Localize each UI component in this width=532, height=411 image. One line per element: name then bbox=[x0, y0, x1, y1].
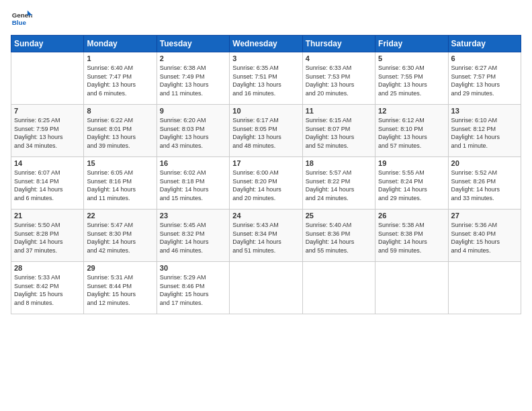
day-info: Sunrise: 6:10 AMSunset: 8:12 PMDaylight:… bbox=[451, 116, 518, 150]
day-info: Sunrise: 6:30 AMSunset: 7:55 PMDaylight:… bbox=[378, 64, 445, 97]
day-number: 27 bbox=[451, 212, 518, 220]
day-info: Sunrise: 6:07 AMSunset: 8:14 PMDaylight:… bbox=[14, 169, 81, 202]
calendar-cell: 15Sunrise: 6:05 AMSunset: 8:16 PMDayligh… bbox=[84, 157, 157, 210]
calendar-cell: 16Sunrise: 6:02 AMSunset: 8:18 PMDayligh… bbox=[157, 157, 229, 210]
week-row-3: 14Sunrise: 6:07 AMSunset: 8:14 PMDayligh… bbox=[11, 157, 521, 210]
calendar-cell: 21Sunrise: 5:50 AMSunset: 8:28 PMDayligh… bbox=[11, 210, 84, 262]
day-info: Sunrise: 6:33 AMSunset: 7:53 PMDaylight:… bbox=[306, 64, 372, 97]
calendar-cell: 5Sunrise: 6:30 AMSunset: 7:55 PMDaylight… bbox=[375, 52, 448, 105]
week-row-5: 28Sunrise: 5:33 AMSunset: 8:42 PMDayligh… bbox=[11, 262, 521, 314]
day-number: 20 bbox=[451, 159, 518, 167]
day-info: Sunrise: 6:22 AMSunset: 8:01 PMDaylight:… bbox=[87, 116, 153, 150]
day-number: 28 bbox=[14, 264, 81, 272]
calendar-cell bbox=[375, 262, 448, 314]
week-row-2: 7Sunrise: 6:25 AMSunset: 7:59 PMDaylight… bbox=[11, 105, 521, 157]
day-number: 16 bbox=[160, 159, 226, 167]
day-info: Sunrise: 6:20 AMSunset: 8:03 PMDaylight:… bbox=[160, 116, 226, 150]
day-number: 4 bbox=[306, 54, 372, 62]
day-info: Sunrise: 5:55 AMSunset: 8:24 PMDaylight:… bbox=[378, 169, 445, 202]
calendar-cell bbox=[448, 262, 521, 314]
day-number: 24 bbox=[232, 212, 299, 220]
calendar-cell: 17Sunrise: 6:00 AMSunset: 8:20 PMDayligh… bbox=[230, 157, 302, 210]
day-info: Sunrise: 5:57 AMSunset: 8:22 PMDaylight:… bbox=[306, 169, 372, 202]
week-row-1: 1Sunrise: 6:40 AMSunset: 7:47 PMDaylight… bbox=[11, 52, 521, 105]
calendar-cell bbox=[11, 52, 84, 105]
calendar-cell: 29Sunrise: 5:31 AMSunset: 8:44 PMDayligh… bbox=[84, 262, 157, 314]
day-number: 19 bbox=[378, 159, 445, 167]
calendar-cell: 19Sunrise: 5:55 AMSunset: 8:24 PMDayligh… bbox=[375, 157, 448, 210]
calendar-cell: 23Sunrise: 5:45 AMSunset: 8:32 PMDayligh… bbox=[157, 210, 229, 262]
day-info: Sunrise: 5:45 AMSunset: 8:32 PMDaylight:… bbox=[160, 221, 226, 255]
day-info: Sunrise: 5:50 AMSunset: 8:28 PMDaylight:… bbox=[14, 221, 81, 255]
day-number: 18 bbox=[306, 159, 372, 167]
calendar-cell: 6Sunrise: 6:27 AMSunset: 7:57 PMDaylight… bbox=[448, 52, 521, 105]
calendar-cell: 2Sunrise: 6:38 AMSunset: 7:49 PMDaylight… bbox=[157, 52, 229, 105]
calendar-page: General Blue SundayMondayTuesdayWednesda… bbox=[0, 0, 532, 411]
day-number: 17 bbox=[232, 159, 299, 167]
day-number: 12 bbox=[378, 107, 445, 115]
day-number: 30 bbox=[160, 264, 226, 272]
day-number: 2 bbox=[160, 54, 226, 62]
day-header-thursday: Thursday bbox=[302, 36, 375, 52]
day-header-wednesday: Wednesday bbox=[230, 36, 302, 52]
day-number: 6 bbox=[451, 54, 518, 62]
day-header-saturday: Saturday bbox=[448, 36, 521, 52]
day-info: Sunrise: 6:17 AMSunset: 8:05 PMDaylight:… bbox=[232, 116, 299, 150]
day-number: 1 bbox=[87, 54, 153, 62]
calendar-cell: 30Sunrise: 5:29 AMSunset: 8:46 PMDayligh… bbox=[157, 262, 229, 314]
day-header-friday: Friday bbox=[375, 36, 448, 52]
day-number: 25 bbox=[306, 212, 372, 220]
day-number: 15 bbox=[87, 159, 153, 167]
day-number: 22 bbox=[87, 212, 153, 220]
day-info: Sunrise: 5:33 AMSunset: 8:42 PMDaylight:… bbox=[14, 273, 81, 307]
day-info: Sunrise: 6:15 AMSunset: 8:07 PMDaylight:… bbox=[306, 116, 372, 150]
day-number: 14 bbox=[14, 159, 81, 167]
svg-text:Blue: Blue bbox=[12, 19, 27, 26]
header: General Blue bbox=[11, 8, 521, 30]
calendar-cell: 22Sunrise: 5:47 AMSunset: 8:30 PMDayligh… bbox=[84, 210, 157, 262]
day-number: 8 bbox=[87, 107, 153, 115]
calendar-cell: 4Sunrise: 6:33 AMSunset: 7:53 PMDaylight… bbox=[302, 52, 375, 105]
day-info: Sunrise: 5:36 AMSunset: 8:40 PMDaylight:… bbox=[451, 221, 518, 255]
day-info: Sunrise: 6:00 AMSunset: 8:20 PMDaylight:… bbox=[232, 169, 299, 202]
day-info: Sunrise: 6:35 AMSunset: 7:51 PMDaylight:… bbox=[232, 64, 299, 97]
calendar-cell: 9Sunrise: 6:20 AMSunset: 8:03 PMDaylight… bbox=[157, 105, 229, 157]
calendar-cell: 28Sunrise: 5:33 AMSunset: 8:42 PMDayligh… bbox=[11, 262, 84, 314]
day-info: Sunrise: 5:29 AMSunset: 8:46 PMDaylight:… bbox=[160, 273, 226, 307]
calendar-table: SundayMondayTuesdayWednesdayThursdayFrid… bbox=[11, 35, 521, 314]
calendar-cell bbox=[302, 262, 375, 314]
day-info: Sunrise: 5:31 AMSunset: 8:44 PMDaylight:… bbox=[87, 273, 153, 307]
calendar-cell: 24Sunrise: 5:43 AMSunset: 8:34 PMDayligh… bbox=[230, 210, 302, 262]
day-info: Sunrise: 6:12 AMSunset: 8:10 PMDaylight:… bbox=[378, 116, 445, 150]
day-number: 10 bbox=[232, 107, 299, 115]
day-info: Sunrise: 5:43 AMSunset: 8:34 PMDaylight:… bbox=[232, 221, 299, 255]
day-number: 11 bbox=[306, 107, 372, 115]
day-number: 23 bbox=[160, 212, 226, 220]
calendar-cell: 8Sunrise: 6:22 AMSunset: 8:01 PMDaylight… bbox=[84, 105, 157, 157]
days-header-row: SundayMondayTuesdayWednesdayThursdayFrid… bbox=[11, 36, 521, 52]
calendar-cell: 1Sunrise: 6:40 AMSunset: 7:47 PMDaylight… bbox=[84, 52, 157, 105]
day-number: 3 bbox=[232, 54, 299, 62]
day-info: Sunrise: 6:40 AMSunset: 7:47 PMDaylight:… bbox=[87, 64, 153, 97]
day-header-tuesday: Tuesday bbox=[157, 36, 229, 52]
logo-icon: General Blue bbox=[11, 8, 32, 30]
calendar-cell: 25Sunrise: 5:40 AMSunset: 8:36 PMDayligh… bbox=[302, 210, 375, 262]
day-info: Sunrise: 5:38 AMSunset: 8:38 PMDaylight:… bbox=[378, 221, 445, 255]
calendar-cell bbox=[230, 262, 302, 314]
calendar-cell: 11Sunrise: 6:15 AMSunset: 8:07 PMDayligh… bbox=[302, 105, 375, 157]
calendar-cell: 14Sunrise: 6:07 AMSunset: 8:14 PMDayligh… bbox=[11, 157, 84, 210]
day-info: Sunrise: 5:52 AMSunset: 8:26 PMDaylight:… bbox=[451, 169, 518, 202]
calendar-body: 1Sunrise: 6:40 AMSunset: 7:47 PMDaylight… bbox=[11, 52, 521, 314]
calendar-cell: 7Sunrise: 6:25 AMSunset: 7:59 PMDaylight… bbox=[11, 105, 84, 157]
calendar-cell: 13Sunrise: 6:10 AMSunset: 8:12 PMDayligh… bbox=[448, 105, 521, 157]
day-header-sunday: Sunday bbox=[11, 36, 84, 52]
calendar-cell: 20Sunrise: 5:52 AMSunset: 8:26 PMDayligh… bbox=[448, 157, 521, 210]
day-number: 29 bbox=[87, 264, 153, 272]
day-info: Sunrise: 6:27 AMSunset: 7:57 PMDaylight:… bbox=[451, 64, 518, 97]
calendar-cell: 27Sunrise: 5:36 AMSunset: 8:40 PMDayligh… bbox=[448, 210, 521, 262]
calendar-cell: 12Sunrise: 6:12 AMSunset: 8:10 PMDayligh… bbox=[375, 105, 448, 157]
week-row-4: 21Sunrise: 5:50 AMSunset: 8:28 PMDayligh… bbox=[11, 210, 521, 262]
day-info: Sunrise: 6:38 AMSunset: 7:49 PMDaylight:… bbox=[160, 64, 226, 97]
calendar-cell: 3Sunrise: 6:35 AMSunset: 7:51 PMDaylight… bbox=[230, 52, 302, 105]
day-number: 13 bbox=[451, 107, 518, 115]
